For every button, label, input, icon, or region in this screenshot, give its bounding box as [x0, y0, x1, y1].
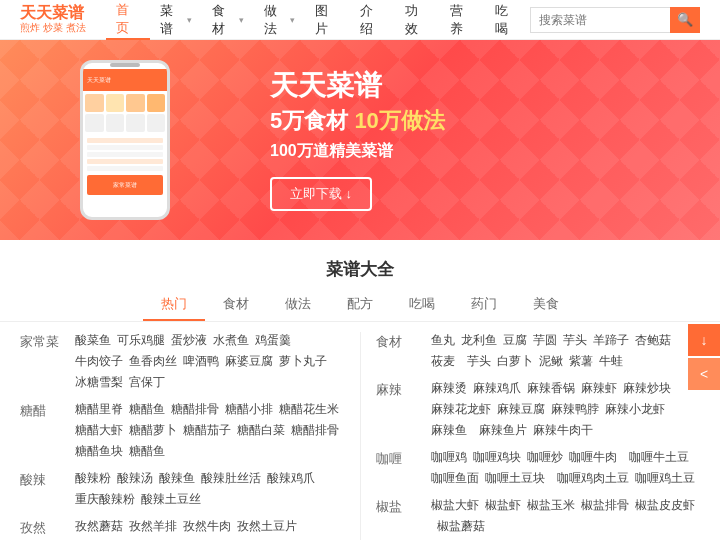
- nav-item-intro[interactable]: 介绍: [350, 0, 395, 40]
- cat-item[interactable]: 麻辣烫: [431, 380, 467, 397]
- tab-method[interactable]: 做法: [267, 289, 329, 321]
- tab-drinks[interactable]: 吃喝: [391, 289, 453, 321]
- cat-item[interactable]: 糖醋鱼块: [75, 443, 123, 460]
- hero-stat2: 10万做法: [354, 108, 444, 133]
- nav-item-photo[interactable]: 图片: [305, 0, 350, 40]
- cat-item[interactable]: 椒盐玉米: [527, 497, 575, 514]
- cat-item[interactable]: 咖喱牛土豆: [629, 449, 689, 466]
- nav-item-method[interactable]: 做法 ▾: [254, 0, 306, 40]
- cat-item[interactable]: 龙利鱼: [461, 332, 497, 349]
- tab-medicine[interactable]: 药门: [453, 289, 515, 321]
- cat-row-ingredient: 食材 鱼丸 龙利鱼 豆腐 芋圆 芋头 羊蹄子 杏鲍菇 莜麦 芋头 白萝卜 泥鳅 …: [376, 332, 701, 370]
- cat-item[interactable]: 孜然土豆片: [237, 518, 297, 535]
- cat-item[interactable]: 咖喱炒: [527, 449, 563, 466]
- cat-item[interactable]: 牛蛙: [599, 353, 623, 370]
- cat-item[interactable]: 糖醋排骨: [291, 422, 339, 439]
- tab-food[interactable]: 美食: [515, 289, 577, 321]
- cat-item[interactable]: 酸辣鱼: [159, 470, 195, 487]
- cat-item[interactable]: 牛肉饺子: [75, 353, 123, 370]
- cat-item[interactable]: 酸辣汤: [117, 470, 153, 487]
- cat-item[interactable]: 白萝卜: [497, 353, 533, 370]
- cat-item[interactable]: 糖醋鱼: [129, 443, 165, 460]
- cat-item[interactable]: 咖喱牛肉: [569, 449, 617, 466]
- cat-item[interactable]: 芋头: [563, 332, 587, 349]
- float-download-button[interactable]: ↓: [688, 324, 720, 356]
- cat-item[interactable]: 紫薯: [569, 353, 593, 370]
- cat-item[interactable]: 糖醋排骨: [171, 401, 219, 418]
- cat-item[interactable]: 咖喱土豆块: [485, 470, 545, 487]
- search-input[interactable]: [530, 7, 670, 33]
- cat-item[interactable]: 孜然牛肉: [183, 518, 231, 535]
- cat-item[interactable]: 冰糖雪梨: [75, 374, 123, 391]
- cat-item[interactable]: 麻辣鸡爪: [473, 380, 521, 397]
- cat-item[interactable]: 豆腐: [503, 332, 527, 349]
- tab-formula[interactable]: 配方: [329, 289, 391, 321]
- cat-item[interactable]: 可乐鸡腿: [117, 332, 165, 349]
- cat-item[interactable]: 椒盐皮皮虾: [635, 497, 695, 514]
- cat-item[interactable]: 酸辣肚丝活: [201, 470, 261, 487]
- cat-item[interactable]: 蛋炒液: [171, 332, 207, 349]
- cat-item[interactable]: 重庆酸辣粉: [75, 491, 135, 508]
- cat-item[interactable]: 麻辣豆腐: [497, 401, 545, 418]
- cat-item[interactable]: 糖醋大虾: [75, 422, 123, 439]
- cat-item[interactable]: 糖醋茄子: [183, 422, 231, 439]
- cat-item[interactable]: 麻辣香锅: [527, 380, 575, 397]
- cat-item[interactable]: 麻辣鱼: [431, 422, 467, 439]
- cat-item[interactable]: 鱼丸: [431, 332, 455, 349]
- cat-item[interactable]: 孜然羊排: [129, 518, 177, 535]
- cat-item[interactable]: 椒盐虾: [485, 497, 521, 514]
- cat-item[interactable]: 芋头: [467, 353, 491, 370]
- cat-item[interactable]: 咖喱鸡: [431, 449, 467, 466]
- cat-item[interactable]: 啤酒鸭: [183, 353, 219, 370]
- cat-item[interactable]: 糖醋鱼: [129, 401, 165, 418]
- cat-item[interactable]: 宫保丁: [129, 374, 165, 391]
- nav-item-ingredient[interactable]: 食材 ▾: [202, 0, 254, 40]
- download-button[interactable]: 立即下载 ↓: [270, 177, 372, 211]
- cat-item[interactable]: 孜然蘑菇: [75, 518, 123, 535]
- cat-item[interactable]: 咖喱鸡块: [473, 449, 521, 466]
- cat-item[interactable]: 麻辣牛肉干: [533, 422, 593, 439]
- cat-item[interactable]: 麻辣花龙虾: [431, 401, 491, 418]
- logo[interactable]: 天天菜谱 煎炸 炒菜 煮法: [20, 4, 86, 36]
- cat-item[interactable]: 酸辣鸡爪: [267, 470, 315, 487]
- cat-item[interactable]: 莜麦: [431, 353, 455, 370]
- cat-item[interactable]: 羊蹄子: [593, 332, 629, 349]
- cat-item[interactable]: 糖醋里脊: [75, 401, 123, 418]
- nav-item-recipe[interactable]: 菜谱 ▾: [150, 0, 202, 40]
- phone-grid: [83, 91, 167, 135]
- search-button[interactable]: 🔍: [670, 7, 700, 33]
- float-share-button[interactable]: <: [688, 358, 720, 390]
- nav-item-home[interactable]: 首页: [106, 0, 151, 40]
- cat-item[interactable]: 麻辣虾: [581, 380, 617, 397]
- tab-hot[interactable]: 热门: [143, 289, 205, 321]
- cat-item[interactable]: 杏鲍菇: [635, 332, 671, 349]
- cat-item[interactable]: 糖醋小排: [225, 401, 273, 418]
- cat-item[interactable]: 咖喱鸡土豆: [635, 470, 695, 487]
- nav-item-effect[interactable]: 功效: [395, 0, 440, 40]
- cat-item[interactable]: 咖喱鱼面: [431, 470, 479, 487]
- cat-item[interactable]: 泥鳅: [539, 353, 563, 370]
- cat-item[interactable]: 糖醋花生米: [279, 401, 339, 418]
- cat-item[interactable]: 咖喱鸡肉土豆: [557, 470, 629, 487]
- cat-item[interactable]: 芋圆: [533, 332, 557, 349]
- cat-item[interactable]: 麻辣炒块: [623, 380, 671, 397]
- tab-ingredient[interactable]: 食材: [205, 289, 267, 321]
- nav-item-nutrition[interactable]: 营养: [440, 0, 485, 40]
- nav-item-food[interactable]: 吃喝: [485, 0, 530, 40]
- cat-item[interactable]: 椒盐蘑菇: [437, 518, 485, 535]
- cat-item[interactable]: 酸菜鱼: [75, 332, 111, 349]
- cat-item[interactable]: 麻辣鱼片: [479, 422, 527, 439]
- cat-item[interactable]: 麻辣小龙虾: [605, 401, 665, 418]
- cat-item[interactable]: 鱼香肉丝: [129, 353, 177, 370]
- cat-item[interactable]: 糖醋白菜: [237, 422, 285, 439]
- cat-item[interactable]: 水煮鱼: [213, 332, 249, 349]
- cat-item[interactable]: 麻婆豆腐: [225, 353, 273, 370]
- cat-item[interactable]: 酸辣土豆丝: [141, 491, 201, 508]
- cat-item[interactable]: 萝卜丸子: [279, 353, 327, 370]
- cat-item[interactable]: 椒盐大虾: [431, 497, 479, 514]
- cat-item[interactable]: 酸辣粉: [75, 470, 111, 487]
- cat-item[interactable]: 糖醋萝卜: [129, 422, 177, 439]
- cat-item[interactable]: 鸡蛋羹: [255, 332, 291, 349]
- cat-item[interactable]: 麻辣鸭脖: [551, 401, 599, 418]
- cat-item[interactable]: 椒盐排骨: [581, 497, 629, 514]
